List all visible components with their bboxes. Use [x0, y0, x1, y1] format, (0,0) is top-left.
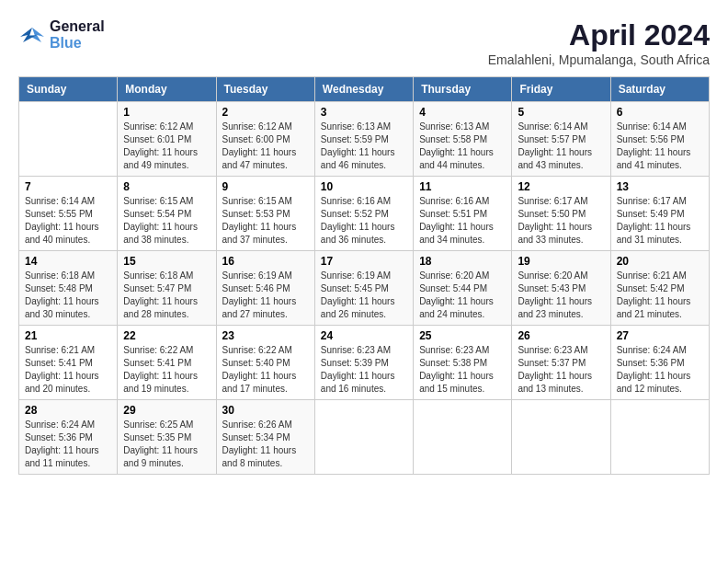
page-header: GeneralBlue April 2024 Emalahleni, Mpuma… — [18, 18, 710, 67]
logo: GeneralBlue — [18, 18, 105, 52]
day-number: 8 — [123, 180, 210, 193]
day-number: 21 — [25, 329, 111, 342]
day-number: 24 — [321, 329, 407, 342]
day-number: 3 — [321, 106, 407, 119]
calendar-cell: 21 Sunrise: 6:21 AMSunset: 5:41 PMDaylig… — [19, 326, 118, 400]
day-number: 29 — [123, 404, 210, 417]
page-title: April 2024 — [488, 18, 710, 52]
day-detail: Sunrise: 6:22 AMSunset: 5:41 PMDaylight:… — [123, 344, 210, 396]
calendar-cell: 10 Sunrise: 6:16 AMSunset: 5:52 PMDaylig… — [314, 177, 413, 251]
day-detail: Sunrise: 6:18 AMSunset: 5:48 PMDaylight:… — [25, 270, 111, 321]
calendar-week-5: 28 Sunrise: 6:24 AMSunset: 5:36 PMDaylig… — [19, 400, 710, 475]
day-detail: Sunrise: 6:16 AMSunset: 5:51 PMDaylight:… — [419, 195, 506, 247]
day-detail: Sunrise: 6:22 AMSunset: 5:40 PMDaylight:… — [222, 344, 309, 396]
calendar-cell: 29 Sunrise: 6:25 AMSunset: 5:35 PMDaylig… — [118, 400, 216, 475]
calendar-cell: 6 Sunrise: 6:14 AMSunset: 5:56 PMDayligh… — [610, 102, 709, 177]
logo-text: GeneralBlue — [50, 18, 105, 51]
day-number: 2 — [222, 106, 309, 119]
day-number: 30 — [222, 404, 309, 417]
day-detail: Sunrise: 6:17 AMSunset: 5:50 PMDaylight:… — [518, 195, 604, 247]
day-detail: Sunrise: 6:24 AMSunset: 5:36 PMDaylight:… — [617, 344, 703, 396]
calendar-cell: 14 Sunrise: 6:18 AMSunset: 5:48 PMDaylig… — [19, 251, 118, 326]
calendar-table: SundayMondayTuesdayWednesdayThursdayFrid… — [18, 76, 710, 475]
day-detail: Sunrise: 6:14 AMSunset: 5:57 PMDaylight:… — [518, 121, 604, 172]
calendar-cell: 11 Sunrise: 6:16 AMSunset: 5:51 PMDaylig… — [414, 177, 512, 251]
day-number: 5 — [518, 106, 604, 119]
header-tuesday: Tuesday — [216, 77, 314, 102]
day-number: 10 — [321, 180, 407, 193]
calendar-cell: 25 Sunrise: 6:23 AMSunset: 5:38 PMDaylig… — [414, 326, 512, 400]
calendar-cell: 3 Sunrise: 6:13 AMSunset: 5:59 PMDayligh… — [314, 102, 413, 177]
day-number: 14 — [25, 255, 111, 268]
header-wednesday: Wednesday — [314, 77, 413, 102]
page-subtitle: Emalahleni, Mpumalanga, South Africa — [488, 52, 710, 67]
day-number: 19 — [518, 255, 604, 268]
day-number: 25 — [419, 329, 506, 342]
calendar-cell: 13 Sunrise: 6:17 AMSunset: 5:49 PMDaylig… — [610, 177, 709, 251]
day-detail: Sunrise: 6:23 AMSunset: 5:37 PMDaylight:… — [518, 344, 604, 396]
calendar-week-1: 1 Sunrise: 6:12 AMSunset: 6:01 PMDayligh… — [19, 102, 710, 177]
day-detail: Sunrise: 6:19 AMSunset: 5:45 PMDaylight:… — [321, 270, 407, 321]
day-detail: Sunrise: 6:16 AMSunset: 5:52 PMDaylight:… — [321, 195, 407, 247]
day-detail: Sunrise: 6:25 AMSunset: 5:35 PMDaylight:… — [123, 419, 210, 470]
day-detail: Sunrise: 6:21 AMSunset: 5:42 PMDaylight:… — [617, 270, 703, 321]
calendar-cell: 30 Sunrise: 6:26 AMSunset: 5:34 PMDaylig… — [216, 400, 314, 475]
day-number: 6 — [617, 106, 703, 119]
header-sunday: Sunday — [19, 77, 118, 102]
calendar-header-row: SundayMondayTuesdayWednesdayThursdayFrid… — [19, 77, 710, 102]
logo-icon — [18, 24, 46, 46]
day-detail: Sunrise: 6:14 AMSunset: 5:55 PMDaylight:… — [25, 195, 111, 247]
day-number: 26 — [518, 329, 604, 342]
day-number: 7 — [25, 180, 111, 193]
calendar-cell: 22 Sunrise: 6:22 AMSunset: 5:41 PMDaylig… — [118, 326, 216, 400]
day-detail: Sunrise: 6:21 AMSunset: 5:41 PMDaylight:… — [25, 344, 111, 396]
calendar-cell: 26 Sunrise: 6:23 AMSunset: 5:37 PMDaylig… — [512, 326, 610, 400]
day-detail: Sunrise: 6:24 AMSunset: 5:36 PMDaylight:… — [25, 419, 111, 470]
calendar-cell: 8 Sunrise: 6:15 AMSunset: 5:54 PMDayligh… — [118, 177, 216, 251]
calendar-cell: 23 Sunrise: 6:22 AMSunset: 5:40 PMDaylig… — [216, 326, 314, 400]
calendar-cell: 2 Sunrise: 6:12 AMSunset: 6:00 PMDayligh… — [216, 102, 314, 177]
calendar-cell: 4 Sunrise: 6:13 AMSunset: 5:58 PMDayligh… — [414, 102, 512, 177]
calendar-cell: 27 Sunrise: 6:24 AMSunset: 5:36 PMDaylig… — [610, 326, 709, 400]
calendar-cell — [314, 400, 413, 475]
day-number: 9 — [222, 180, 309, 193]
day-number: 23 — [222, 329, 309, 342]
day-detail: Sunrise: 6:14 AMSunset: 5:56 PMDaylight:… — [617, 121, 703, 172]
calendar-cell: 7 Sunrise: 6:14 AMSunset: 5:55 PMDayligh… — [19, 177, 118, 251]
calendar-cell: 16 Sunrise: 6:19 AMSunset: 5:46 PMDaylig… — [216, 251, 314, 326]
day-number: 20 — [617, 255, 703, 268]
header-thursday: Thursday — [414, 77, 512, 102]
calendar-cell — [414, 400, 512, 475]
day-detail: Sunrise: 6:26 AMSunset: 5:34 PMDaylight:… — [222, 419, 309, 470]
day-detail: Sunrise: 6:13 AMSunset: 5:58 PMDaylight:… — [419, 121, 506, 172]
calendar-cell: 12 Sunrise: 6:17 AMSunset: 5:50 PMDaylig… — [512, 177, 610, 251]
calendar-cell: 24 Sunrise: 6:23 AMSunset: 5:39 PMDaylig… — [314, 326, 413, 400]
calendar-cell: 17 Sunrise: 6:19 AMSunset: 5:45 PMDaylig… — [314, 251, 413, 326]
day-number: 27 — [617, 329, 703, 342]
day-detail: Sunrise: 6:23 AMSunset: 5:39 PMDaylight:… — [321, 344, 407, 396]
day-detail: Sunrise: 6:17 AMSunset: 5:49 PMDaylight:… — [617, 195, 703, 247]
calendar-cell: 20 Sunrise: 6:21 AMSunset: 5:42 PMDaylig… — [610, 251, 709, 326]
calendar-cell: 1 Sunrise: 6:12 AMSunset: 6:01 PMDayligh… — [118, 102, 216, 177]
header-friday: Friday — [512, 77, 610, 102]
calendar-cell: 15 Sunrise: 6:18 AMSunset: 5:47 PMDaylig… — [118, 251, 216, 326]
calendar-cell: 28 Sunrise: 6:24 AMSunset: 5:36 PMDaylig… — [19, 400, 118, 475]
day-detail: Sunrise: 6:12 AMSunset: 6:01 PMDaylight:… — [123, 121, 210, 172]
calendar-cell: 5 Sunrise: 6:14 AMSunset: 5:57 PMDayligh… — [512, 102, 610, 177]
day-detail: Sunrise: 6:23 AMSunset: 5:38 PMDaylight:… — [419, 344, 506, 396]
day-detail: Sunrise: 6:20 AMSunset: 5:43 PMDaylight:… — [518, 270, 604, 321]
day-detail: Sunrise: 6:20 AMSunset: 5:44 PMDaylight:… — [419, 270, 506, 321]
title-block: April 2024 Emalahleni, Mpumalanga, South… — [488, 18, 710, 67]
day-detail: Sunrise: 6:13 AMSunset: 5:59 PMDaylight:… — [321, 121, 407, 172]
day-number: 13 — [617, 180, 703, 193]
day-number: 11 — [419, 180, 506, 193]
day-detail: Sunrise: 6:19 AMSunset: 5:46 PMDaylight:… — [222, 270, 309, 321]
day-detail: Sunrise: 6:15 AMSunset: 5:54 PMDaylight:… — [123, 195, 210, 247]
calendar-cell: 9 Sunrise: 6:15 AMSunset: 5:53 PMDayligh… — [216, 177, 314, 251]
day-number: 18 — [419, 255, 506, 268]
calendar-week-3: 14 Sunrise: 6:18 AMSunset: 5:48 PMDaylig… — [19, 251, 710, 326]
day-number: 16 — [222, 255, 309, 268]
calendar-week-4: 21 Sunrise: 6:21 AMSunset: 5:41 PMDaylig… — [19, 326, 710, 400]
day-number: 28 — [25, 404, 111, 417]
header-saturday: Saturday — [610, 77, 709, 102]
